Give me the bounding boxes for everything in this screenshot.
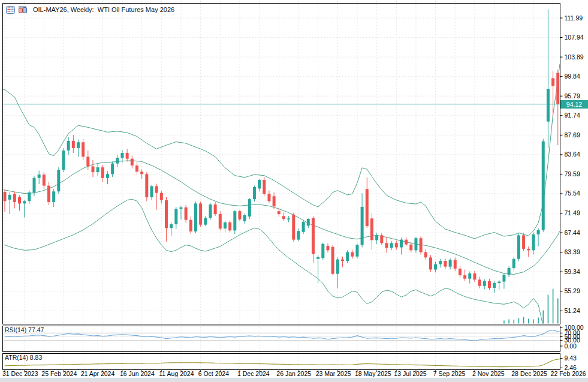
main-chart-area[interactable] [3, 4, 560, 324]
rsi-pane[interactable] [3, 326, 560, 351]
bottom-strip [0, 378, 588, 382]
chart-window: 111.99107.94103.8999.8495.7991.7487.6983… [0, 0, 588, 382]
time-axis[interactable] [3, 370, 560, 378]
price-axis[interactable] [560, 4, 588, 369]
atr-pane[interactable] [3, 354, 560, 369]
